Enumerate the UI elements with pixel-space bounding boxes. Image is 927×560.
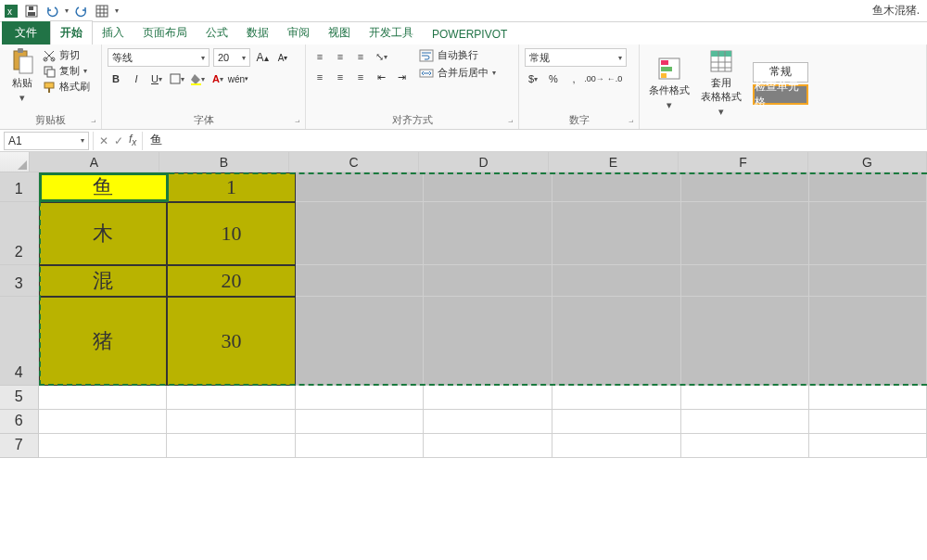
table-icon[interactable]	[95, 4, 109, 19]
row-header[interactable]: 5	[0, 386, 39, 410]
cell[interactable]	[552, 410, 681, 434]
cell[interactable]	[296, 386, 425, 410]
align-center-icon[interactable]: ≡	[332, 69, 349, 85]
cell[interactable]	[167, 386, 296, 410]
increase-font-icon[interactable]: A▴	[254, 49, 271, 66]
cell[interactable]: 混	[39, 265, 168, 297]
orientation-icon[interactable]: ⤡▾	[373, 48, 389, 65]
increase-indent-icon[interactable]: ⇥	[393, 69, 410, 85]
row-header[interactable]: 2	[0, 202, 39, 265]
font-size-select[interactable]: 20▾	[213, 48, 250, 67]
cell[interactable]	[681, 172, 810, 202]
cell[interactable]: 鱼	[39, 172, 168, 202]
undo-dropdown[interactable]: ▾	[65, 6, 69, 15]
cell[interactable]	[809, 172, 927, 202]
cell[interactable]	[552, 386, 681, 410]
cell[interactable]	[809, 297, 927, 386]
enter-icon[interactable]: ✓	[114, 134, 123, 147]
cut-button[interactable]: 剪切	[43, 48, 90, 62]
cell[interactable]: 1	[167, 172, 296, 202]
cell[interactable]	[552, 297, 681, 386]
cell[interactable]	[39, 386, 168, 410]
cell[interactable]	[39, 410, 168, 434]
decrease-decimal-icon[interactable]: ←.0	[606, 70, 623, 87]
column-header[interactable]: C	[289, 152, 419, 172]
column-header[interactable]: F	[679, 152, 808, 172]
tab-data[interactable]: 数据	[237, 21, 278, 45]
tab-formulas[interactable]: 公式	[197, 21, 237, 45]
qat-customize[interactable]: ▾	[115, 6, 119, 15]
cell[interactable]	[552, 202, 681, 265]
cell[interactable]	[424, 297, 552, 386]
name-box[interactable]: A1▾	[4, 132, 89, 150]
conditional-format-button[interactable]: 条件格式▾	[645, 54, 693, 113]
align-right-icon[interactable]: ≡	[352, 69, 369, 85]
align-left-icon[interactable]: ≡	[311, 69, 328, 85]
column-header[interactable]: D	[419, 152, 549, 172]
cell[interactable]	[552, 265, 681, 297]
italic-button[interactable]: I	[128, 70, 145, 87]
tab-view[interactable]: 视图	[319, 21, 360, 45]
cell[interactable]	[167, 434, 296, 458]
align-middle-icon[interactable]: ≡	[332, 48, 349, 65]
cell-style-check[interactable]: 检查单元格	[753, 84, 808, 105]
cell[interactable]	[681, 386, 810, 410]
increase-decimal-icon[interactable]: .00→	[586, 70, 603, 87]
cell[interactable]	[809, 202, 927, 265]
cell[interactable]	[424, 410, 552, 434]
tab-home[interactable]: 开始	[50, 20, 93, 45]
copy-button[interactable]: 复制▾	[43, 64, 90, 78]
cell[interactable]	[552, 172, 681, 202]
row-header[interactable]: 1	[0, 172, 39, 202]
cell[interactable]	[424, 172, 552, 202]
cell[interactable]	[681, 265, 810, 297]
cell[interactable]: 猪	[39, 297, 168, 386]
number-format-select[interactable]: 常规▾	[525, 48, 627, 67]
fill-color-button[interactable]: ▾	[189, 70, 206, 87]
font-name-select[interactable]: 等线▾	[108, 48, 210, 67]
cell[interactable]: 木	[39, 202, 168, 265]
save-icon[interactable]	[24, 4, 39, 19]
column-header[interactable]: G	[808, 152, 927, 172]
font-color-button[interactable]: A▾	[210, 70, 226, 87]
tab-review[interactable]: 审阅	[278, 21, 319, 45]
percent-icon[interactable]: %	[545, 70, 562, 87]
cell[interactable]	[809, 265, 927, 297]
format-table-button[interactable]: 套用 表格格式▾	[697, 46, 745, 120]
cell[interactable]	[809, 386, 927, 410]
column-header[interactable]: E	[549, 152, 679, 172]
cell[interactable]	[167, 410, 296, 434]
select-all-corner[interactable]	[0, 152, 30, 172]
cell[interactable]	[296, 202, 425, 265]
merge-center-button[interactable]: 合并后居中▾	[419, 66, 496, 80]
paste-button[interactable]: 粘贴 ▾	[6, 46, 39, 106]
cell[interactable]	[681, 434, 810, 458]
tab-insert[interactable]: 插入	[93, 21, 133, 45]
cell[interactable]	[424, 265, 552, 297]
row-header[interactable]: 6	[0, 410, 39, 434]
comma-icon[interactable]: ,	[565, 70, 582, 87]
row-header[interactable]: 3	[0, 265, 39, 297]
decrease-indent-icon[interactable]: ⇤	[373, 69, 389, 85]
tab-developer[interactable]: 开发工具	[360, 21, 423, 45]
tab-page-layout[interactable]: 页面布局	[133, 21, 197, 45]
bold-button[interactable]: B	[108, 70, 124, 87]
cell[interactable]	[296, 297, 425, 386]
column-header[interactable]: A	[30, 152, 159, 172]
cell[interactable]	[296, 172, 425, 202]
cell[interactable]: 20	[167, 265, 296, 297]
formula-input[interactable]: 鱼	[143, 132, 927, 150]
cell[interactable]	[681, 297, 810, 386]
tab-powerpivot[interactable]: POWERPIVOT	[423, 24, 516, 45]
cancel-icon[interactable]: ✕	[99, 134, 108, 147]
cell[interactable]	[296, 410, 425, 434]
column-header[interactable]: B	[159, 152, 289, 172]
cell[interactable]	[424, 434, 552, 458]
phonetic-button[interactable]: wén▾	[230, 70, 247, 87]
border-button[interactable]: ▾	[169, 70, 185, 87]
decrease-font-icon[interactable]: A▾	[274, 49, 291, 66]
cell[interactable]: 30	[167, 297, 296, 386]
cell[interactable]	[681, 202, 810, 265]
row-header[interactable]: 7	[0, 434, 39, 458]
cell[interactable]	[39, 434, 168, 458]
